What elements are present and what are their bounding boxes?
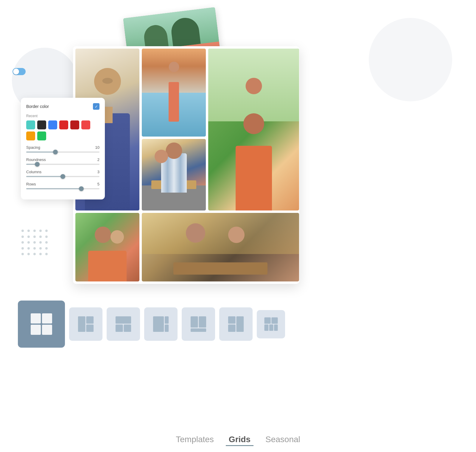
columns-label-row: Columns 3 xyxy=(26,170,99,174)
grid-mosaic-6-icon xyxy=(264,317,279,332)
svg-rect-2 xyxy=(31,325,41,335)
svg-rect-15 xyxy=(191,329,206,332)
svg-rect-6 xyxy=(86,324,94,332)
grid-mosaic-4-icon xyxy=(190,315,207,333)
columns-label: Columns xyxy=(26,170,41,174)
columns-slider-row: Columns 3 xyxy=(26,170,99,177)
svg-rect-1 xyxy=(42,313,52,323)
rows-label-row: Rows 5 xyxy=(26,182,99,186)
color-swatch-teal[interactable] xyxy=(26,120,35,129)
grid-mosaic-1-icon xyxy=(77,315,94,333)
tab-templates[interactable]: Templates xyxy=(173,433,217,446)
spacing-slider-row: Spacing 10 xyxy=(26,145,99,153)
rows-value: 5 xyxy=(97,182,99,186)
thumb-6[interactable] xyxy=(219,307,253,341)
svg-rect-7 xyxy=(116,316,131,324)
grid-mosaic-2-icon xyxy=(115,315,132,333)
thumb-active[interactable] xyxy=(18,301,65,348)
columns-track[interactable] xyxy=(26,176,99,177)
thumb-3[interactable] xyxy=(107,307,140,341)
roundness-slider-row: Roundness 2 xyxy=(26,157,99,165)
toggle-container xyxy=(13,68,26,75)
roundness-track[interactable] xyxy=(26,164,99,165)
color-swatch-blue[interactable] xyxy=(48,120,57,129)
svg-rect-23 xyxy=(274,324,278,331)
columns-thumb[interactable] xyxy=(60,174,65,179)
grid-4-equal-icon xyxy=(29,312,53,336)
color-swatch-green[interactable] xyxy=(37,131,46,140)
photo-dad-cooking xyxy=(142,139,206,210)
color-swatches xyxy=(26,120,99,140)
svg-rect-0 xyxy=(31,313,41,323)
panel-header: Border color ✓ xyxy=(26,103,99,110)
rows-track[interactable] xyxy=(26,188,99,189)
panel-title: Border color xyxy=(26,104,49,109)
svg-rect-13 xyxy=(191,316,198,328)
svg-rect-10 xyxy=(153,316,164,332)
svg-rect-3 xyxy=(42,325,52,335)
photo-boy-on-dad-shoulders xyxy=(208,49,299,210)
toggle-knob xyxy=(13,69,19,75)
svg-rect-5 xyxy=(86,316,94,324)
panel-check-button[interactable]: ✓ xyxy=(93,103,99,110)
toggle-switch[interactable] xyxy=(13,68,26,75)
roundness-label-row: Roundness 2 xyxy=(26,157,99,162)
color-swatch-red-bright[interactable] xyxy=(81,120,90,129)
thumbnails-row xyxy=(18,301,285,348)
svg-rect-9 xyxy=(124,324,131,332)
tab-seasonal[interactable]: Seasonal xyxy=(262,433,303,446)
svg-rect-19 xyxy=(264,318,270,324)
spacing-value: 10 xyxy=(95,145,99,150)
rows-label: Rows xyxy=(26,182,36,186)
recent-label: Recent xyxy=(26,114,99,118)
thumb-2[interactable] xyxy=(69,307,102,341)
settings-panel: Border color ✓ Recent Spacing 10 Roundne… xyxy=(21,98,105,199)
svg-rect-21 xyxy=(264,324,268,331)
spacing-label: Spacing xyxy=(26,145,40,150)
svg-rect-8 xyxy=(116,324,123,332)
grid-mosaic-3-icon xyxy=(152,315,169,333)
dots-decoration xyxy=(21,230,48,256)
roundness-value: 2 xyxy=(97,157,99,162)
check-icon: ✓ xyxy=(95,104,98,109)
main-photo-collage xyxy=(73,46,299,284)
svg-rect-22 xyxy=(269,324,273,331)
photo-boys-cookies xyxy=(142,213,299,281)
roundness-thumb[interactable] xyxy=(35,162,40,167)
svg-rect-16 xyxy=(228,316,236,324)
thumb-5[interactable] xyxy=(182,307,215,341)
svg-rect-14 xyxy=(199,316,206,328)
tab-grids[interactable]: Grids xyxy=(226,433,253,446)
color-swatch-red-dark[interactable] xyxy=(59,120,68,129)
thumb-7[interactable] xyxy=(257,310,285,338)
bottom-tabs: Templates Grids Seasonal xyxy=(0,433,476,446)
bg-circle-right xyxy=(369,18,452,101)
svg-rect-12 xyxy=(165,324,169,332)
columns-value: 3 xyxy=(97,170,99,174)
svg-rect-20 xyxy=(271,318,278,324)
color-swatch-black[interactable] xyxy=(37,120,46,129)
grid-mosaic-5-icon xyxy=(227,315,245,333)
svg-rect-17 xyxy=(236,316,244,332)
svg-rect-4 xyxy=(78,316,85,332)
photo-dad-lifting-child xyxy=(142,49,206,137)
spacing-track[interactable] xyxy=(26,151,99,153)
spacing-label-row: Spacing 10 xyxy=(26,145,99,150)
roundness-label: Roundness xyxy=(26,157,46,162)
svg-rect-11 xyxy=(165,316,169,324)
svg-rect-18 xyxy=(228,324,236,332)
color-swatch-red-darker[interactable] xyxy=(70,120,79,129)
rows-thumb[interactable] xyxy=(79,186,84,191)
rows-slider-row: Rows 5 xyxy=(26,182,99,189)
photo-family-outdoor xyxy=(75,213,139,281)
spacing-thumb[interactable] xyxy=(53,150,58,154)
color-swatch-yellow[interactable] xyxy=(26,131,35,140)
thumb-4[interactable] xyxy=(144,307,178,341)
